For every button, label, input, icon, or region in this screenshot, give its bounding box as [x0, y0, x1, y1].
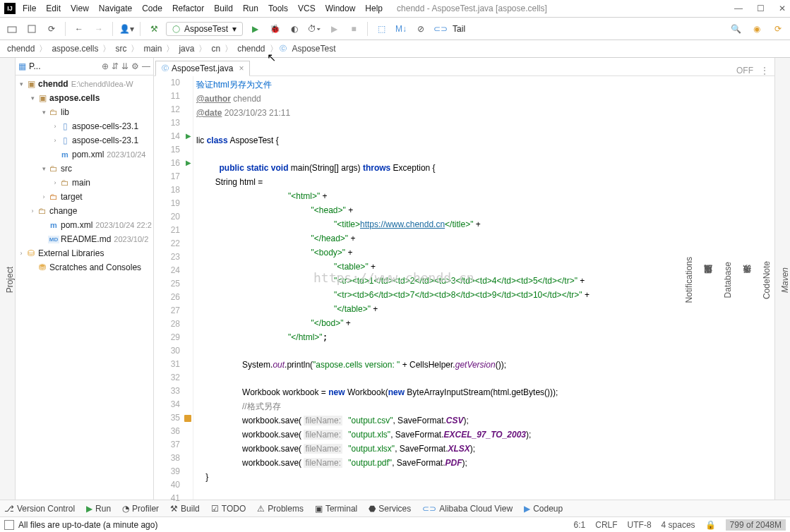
indent-setting[interactable]: 4 spaces [662, 520, 695, 530]
menu-navigate[interactable]: Navigate [99, 4, 132, 13]
more-icon[interactable]: ⋮ [760, 66, 769, 75]
tree-pom2[interactable]: mpom.xml2023/10/24 22:2 [16, 218, 153, 232]
run-gutter-icon[interactable]: ▶ [186, 159, 191, 167]
stop-icon[interactable]: ■ [346, 21, 361, 37]
lock-icon[interactable]: 🔒 [705, 520, 716, 530]
tw-problems[interactable]: ⚠ Problems [257, 504, 304, 514]
update-icon[interactable]: ⟳ [770, 21, 786, 37]
tool-icon-1[interactable]: ⬚ [373, 21, 389, 37]
tw-services[interactable]: ⬣ Services [369, 504, 411, 514]
tool-icon-4[interactable]: ⊂⊃ [433, 21, 448, 37]
tw-alibaba[interactable]: ⊂⊃ Alibaba Cloud View [422, 504, 513, 514]
run-config-combo[interactable]: ◯AsposeTest▾ [166, 22, 243, 36]
tree-pom[interactable]: mpom.xml2023/10/24 [16, 147, 153, 162]
menu-build[interactable]: Build [214, 4, 233, 13]
crumb[interactable]: AsposeTest [289, 44, 339, 54]
tree-module[interactable]: ▾▣aspose.cells [16, 91, 153, 105]
rail-codenote[interactable]: CodeNote [762, 258, 772, 302]
project-tree[interactable]: ▾▣chenddE:\chendd\Idea-W ▾▣aspose.cells … [16, 75, 153, 500]
rail-observer[interactable]: 应用观测器 [702, 277, 714, 283]
crumb[interactable]: cn [208, 44, 223, 54]
tree-readme[interactable]: MDREADME.md2023/10/2 [16, 232, 153, 246]
memory-indicator[interactable]: 799 of 2048M [726, 519, 786, 531]
crumb[interactable]: chendd [4, 44, 37, 54]
menu-run[interactable]: Run [243, 4, 258, 13]
profile-icon[interactable]: ⏱▾ [306, 21, 322, 37]
tool-icon-2[interactable]: M↓ [393, 21, 409, 37]
close-icon[interactable]: × [239, 64, 244, 73]
main-toolbar: ⟳ ← → 👤▾ ⚒ ◯AsposeTest▾ ▶ 🐞 ◐ ⏱▾ ▶ ■ ⬚ M… [0, 18, 790, 40]
menu-vcs[interactable]: VCS [298, 4, 316, 13]
debug-icon[interactable]: 🐞 [267, 21, 282, 37]
tab-asposetest[interactable]: Ⓒ AsposeTest.java × [155, 61, 250, 76]
tree-ext-libs[interactable]: ›⛁External Libraries [16, 246, 153, 260]
rail-maven[interactable]: Maven [780, 265, 790, 296]
tree-root[interactable]: ▾▣chenddE:\chendd\Idea-W [16, 77, 153, 91]
crumb[interactable]: aspose.cells [49, 44, 101, 54]
rail-notifications[interactable]: Notifications [684, 254, 694, 306]
tw-codeup[interactable]: ▶ Codeup [524, 504, 563, 514]
status-message: All files are up-to-date (a minute ago) [18, 520, 157, 530]
tail-label[interactable]: Tail [453, 24, 465, 34]
crumb[interactable]: src [112, 44, 129, 54]
project-pane: ▦ P... ⊕ ⇵ ⇊ ⚙ — ▾▣chenddE:\chendd\Idea-… [16, 58, 154, 500]
menu-code[interactable]: Code [142, 4, 162, 13]
menu-view[interactable]: View [71, 4, 89, 13]
rail-microservice[interactable]: 微服务 [741, 277, 753, 283]
hammer-icon[interactable]: ⚒ [146, 21, 162, 37]
forward-icon[interactable]: → [91, 21, 107, 37]
back-icon[interactable]: ← [71, 21, 87, 37]
ide-icon[interactable]: ◉ [749, 21, 765, 37]
rail-database[interactable]: Database [723, 259, 733, 301]
tree-jar[interactable]: ›▯aspose-cells-23.1 [16, 133, 153, 147]
run-icon[interactable]: ▶ [247, 21, 263, 37]
menu-window[interactable]: Window [325, 4, 356, 13]
tab-label: AsposeTest.java [172, 64, 233, 73]
caret-position[interactable]: 6:1 [574, 520, 586, 530]
attach-icon[interactable]: ▶ [326, 21, 342, 37]
tw-terminal[interactable]: ▣ Terminal [315, 504, 357, 514]
file-encoding[interactable]: UTF-8 [628, 520, 652, 530]
tree-src[interactable]: ▾🗀src [16, 162, 153, 176]
svg-rect-0 [8, 27, 16, 32]
tw-version-control[interactable]: ⎇ Version Control [4, 504, 75, 514]
crumb[interactable]: chendd [234, 44, 268, 54]
menu-edit[interactable]: Edit [46, 4, 61, 13]
tw-run[interactable]: ▶ Run [86, 504, 111, 514]
menu-file[interactable]: File [23, 4, 36, 13]
target-icon[interactable]: ⊕ [102, 61, 109, 71]
hide-icon[interactable]: — [142, 61, 150, 71]
status-icon[interactable] [4, 520, 14, 530]
crumb[interactable]: main [140, 44, 164, 54]
gear-icon[interactable]: ⚙ [131, 61, 139, 71]
line-separator[interactable]: CRLF [595, 520, 617, 530]
run-gutter-icon[interactable]: ▶ [186, 132, 191, 140]
rail-project[interactable]: Project [5, 264, 15, 296]
search-icon[interactable]: 🔍 [728, 21, 743, 37]
tool-icon-3[interactable]: ⊘ [413, 21, 429, 37]
open-icon[interactable] [4, 21, 20, 37]
user-icon[interactable]: 👤▾ [119, 21, 134, 37]
breakpoint-icon[interactable] [184, 415, 191, 422]
expand-icon[interactable]: ⇵ [112, 61, 119, 71]
project-icon: ▦ [18, 61, 26, 71]
save-icon[interactable] [24, 21, 40, 37]
tree-change[interactable]: ›🗀change [16, 204, 153, 218]
maximize-icon[interactable]: ☐ [757, 4, 765, 13]
tree-target[interactable]: ›🗀target [16, 190, 153, 204]
coverage-icon[interactable]: ◐ [287, 21, 302, 37]
tree-main[interactable]: ›🗀main [16, 176, 153, 190]
refresh-icon[interactable]: ⟳ [44, 21, 59, 37]
menu-refactor[interactable]: Refactor [172, 4, 204, 13]
gutter[interactable]: 10111213 14▶ 15 16▶ 17181920212223242526… [154, 76, 193, 500]
minimize-icon[interactable]: — [734, 4, 743, 13]
tree-lib[interactable]: ▾🗀lib [16, 105, 153, 119]
tree-scratches[interactable]: ⛃Scratches and Consoles [16, 260, 153, 274]
menu-help[interactable]: Help [365, 4, 383, 13]
crumb[interactable]: java [176, 44, 197, 54]
tree-jar[interactable]: ›▯aspose-cells-23.1 [16, 119, 153, 133]
tw-todo[interactable]: ☑ TODO [211, 504, 246, 514]
menu-tools[interactable]: Tools [268, 4, 288, 13]
collapse-icon[interactable]: ⇊ [121, 61, 128, 71]
close-icon[interactable]: ✕ [779, 4, 786, 13]
